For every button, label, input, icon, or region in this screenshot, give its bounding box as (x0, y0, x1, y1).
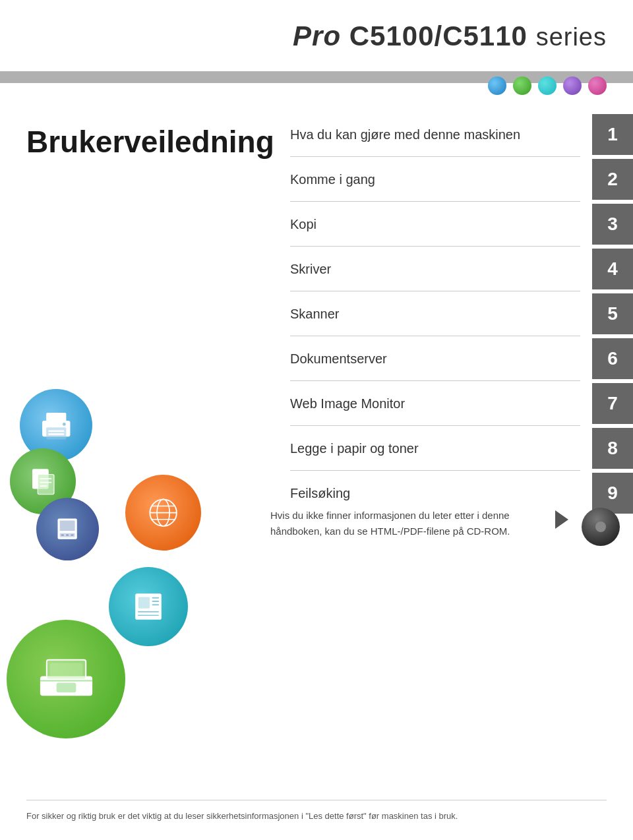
toc-label-9: Feilsøking (290, 486, 592, 501)
dot-pink (588, 76, 607, 95)
toc-item-2: Komme i gang 2 (290, 157, 633, 202)
svg-rect-31 (49, 663, 82, 676)
scanner-svg (34, 647, 99, 712)
phone-svg (50, 512, 84, 546)
toc-label-5: Skanner (290, 307, 592, 322)
cdrom-text: Hvis du ikke finner informasjonen du let… (270, 508, 542, 539)
toc-number-6: 6 (592, 338, 633, 379)
toc-label-8: Legge i papir og toner (290, 441, 592, 456)
svg-rect-14 (61, 535, 64, 536)
toc-label-1: Hva du kan gjøre med denne maskinen (290, 127, 592, 142)
toc-item-4: Skriver 4 (290, 247, 633, 291)
footer-text: For sikker og riktig bruk er det viktig … (26, 800, 607, 824)
globe-icon (125, 475, 201, 551)
product-title: Pro C5100/C5110 series (293, 20, 607, 52)
page-title: Brukerveiledning (26, 125, 274, 159)
toc-item-3: Kopi 3 (290, 202, 633, 247)
scanner-icon (7, 620, 125, 738)
toc-number-7: 7 (592, 383, 633, 424)
dot-cyan (538, 76, 557, 95)
table-of-contents: Hva du kan gjøre med denne maskinen 1 Ko… (290, 112, 633, 516)
color-dots-row (488, 76, 607, 95)
svg-rect-16 (71, 535, 74, 536)
dot-purple (563, 76, 582, 95)
document-svg (127, 585, 170, 628)
toc-number-3: 3 (592, 204, 633, 245)
dot-green (513, 76, 531, 95)
toc-item-8: Legge i papir og toner 8 (290, 426, 633, 471)
svg-rect-2 (46, 427, 66, 439)
cd-rom-icon (582, 508, 620, 546)
toc-number-4: 4 (592, 249, 633, 289)
arrow-right-icon (555, 510, 568, 529)
printer-svg (36, 405, 76, 446)
svg-rect-33 (56, 682, 76, 692)
dot-blue (488, 76, 506, 95)
cdrom-section: Hvis du ikke finner informasjonen du let… (270, 508, 620, 546)
toc-item-6: Dokumentserver 6 (290, 336, 633, 381)
series-label: series (536, 23, 607, 51)
phone-icon (36, 498, 99, 560)
svg-rect-1 (46, 413, 66, 423)
toc-label-4: Skriver (290, 262, 592, 277)
toc-item-1: Hva du kan gjøre med denne maskinen 1 (290, 112, 633, 157)
toc-label-6: Dokumentserver (290, 351, 592, 367)
toc-number-1: 1 (592, 114, 633, 155)
icons-area (0, 389, 277, 758)
svg-rect-3 (48, 430, 64, 431)
main-content: Brukerveiledning Hva du kan gjøre med de… (0, 99, 633, 840)
toc-item-7: Web Image Monitor 7 (290, 381, 633, 426)
svg-rect-4 (48, 433, 64, 435)
toc-number-8: 8 (592, 428, 633, 469)
toc-label-3: Kopi (290, 217, 592, 232)
header: Pro C5100/C5110 series (0, 0, 633, 73)
toc-item-5: Skanner 5 (290, 291, 633, 336)
svg-rect-15 (66, 535, 69, 536)
pro-label: Pro (293, 20, 341, 51)
svg-point-5 (63, 423, 66, 426)
toc-label-2: Komme i gang (290, 172, 592, 187)
document-icon (109, 567, 188, 646)
model-label: C5100/C5110 (349, 20, 528, 51)
globe-svg (142, 492, 184, 533)
svg-rect-23 (138, 597, 150, 608)
svg-rect-7 (38, 474, 54, 494)
toc-number-2: 2 (592, 159, 633, 200)
toc-number-5: 5 (592, 293, 633, 334)
copy-svg (25, 464, 61, 500)
svg-rect-12 (60, 521, 75, 531)
toc-label-7: Web Image Monitor (290, 396, 592, 411)
